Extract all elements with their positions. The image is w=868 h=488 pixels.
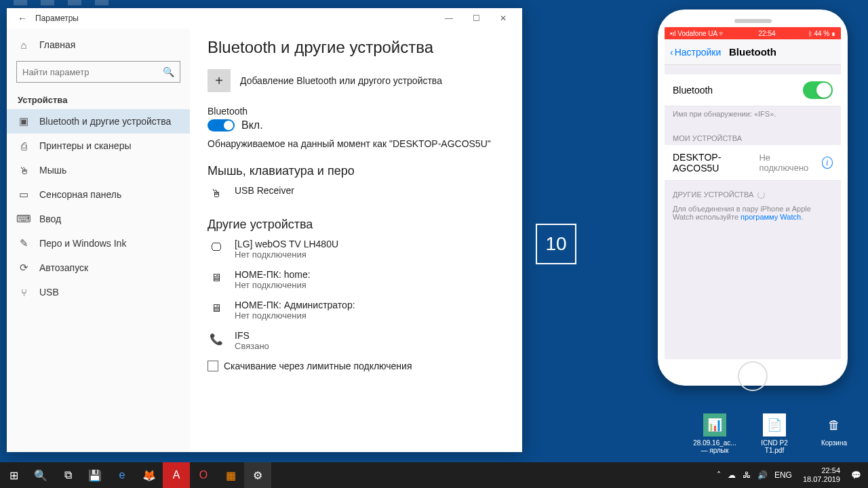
sidebar-item-bluetooth[interactable]: ▣Bluetooth и другие устройства bbox=[7, 109, 190, 134]
plus-icon: + bbox=[208, 69, 231, 92]
printer-icon: ⎙ bbox=[18, 140, 30, 152]
my-devices-header: МОИ УСТРОЙСТВА bbox=[665, 125, 841, 145]
chevron-left-icon: ‹ bbox=[670, 47, 673, 58]
bluetooth-icon: ▣ bbox=[18, 115, 30, 127]
tray-up-icon[interactable]: ˄ bbox=[717, 470, 721, 480]
search-icon: 🔍 bbox=[163, 66, 174, 77]
add-device-label: Добавление Bluetooth или другого устройс… bbox=[240, 75, 442, 86]
status-time: 22:54 bbox=[759, 30, 776, 37]
commander-icon[interactable]: 💾 bbox=[81, 462, 108, 488]
wifi-icon: ᯤ bbox=[719, 30, 726, 37]
sidebar-item-pen[interactable]: ✎Перо и Windows Ink bbox=[7, 231, 190, 256]
mouse-icon: 🖱 bbox=[208, 185, 225, 203]
nav-title: Bluetooth bbox=[729, 46, 776, 58]
metered-checkbox-row[interactable]: Скачивание через лимитные подключения bbox=[208, 361, 505, 371]
device-item[interactable]: 🖥 НОМЕ-ПК: home:Нет подключения bbox=[208, 269, 505, 290]
window-titlebar: ← Параметры — ☐ ✕ bbox=[7, 8, 522, 28]
taskbar: ⊞ 🔍 ⧉ 💾 e 🦊 A O ▦ ⚙ ˄ ☁ 🖧 🔊 ENG 22:54 18… bbox=[0, 462, 868, 488]
bluetooth-toggle[interactable] bbox=[208, 119, 235, 131]
settings-main: Bluetooth и другие устройства + Добавлен… bbox=[190, 28, 522, 452]
section-other-devices: Другие устройства bbox=[208, 218, 505, 232]
firefox-icon[interactable]: 🦊 bbox=[136, 462, 163, 488]
maximize-button[interactable]: ☐ bbox=[462, 14, 490, 23]
device-usb-receiver[interactable]: 🖱 USB Receiver bbox=[208, 185, 505, 203]
system-tray: ˄ ☁ 🖧 🔊 ENG 22:54 18.07.2019 💬 bbox=[717, 466, 868, 483]
close-button[interactable]: ✕ bbox=[490, 14, 517, 23]
watch-app-link[interactable]: программу Watch bbox=[741, 213, 801, 221]
nav-bar: ‹Настройки Bluetooth bbox=[665, 39, 841, 65]
pc-icon: 🖥 bbox=[208, 300, 225, 317]
pc-icon: 🖥 bbox=[208, 269, 225, 287]
edge-icon[interactable]: e bbox=[108, 462, 136, 488]
mouse-icon: 🖱 bbox=[18, 164, 30, 176]
category-label: Устройства bbox=[7, 89, 190, 109]
discoverable-text: Обнаруживаемое на данный момент как "DES… bbox=[208, 138, 505, 149]
device-item[interactable]: 🖵 [LG] webOS TV LH480UНет подключения bbox=[208, 239, 505, 260]
add-device-button[interactable]: + Добавление Bluetooth или другого устро… bbox=[208, 69, 505, 92]
settings-taskbar-icon[interactable]: ⚙ bbox=[244, 462, 271, 488]
notifications-icon[interactable]: 💬 bbox=[851, 470, 861, 480]
acrobat-icon[interactable]: A bbox=[163, 462, 190, 488]
settings-window: ← Параметры — ☐ ✕ ⌂ Главная 🔍 Устройства… bbox=[7, 8, 522, 452]
device-cell[interactable]: DESKTOP-AGCOS5U Не подключено i bbox=[665, 145, 841, 181]
settings-sidebar: ⌂ Главная 🔍 Устройства ▣Bluetooth и друг… bbox=[7, 28, 190, 452]
volume-icon[interactable]: 🔊 bbox=[757, 470, 768, 480]
device-item[interactable]: 🖥 НОМЕ-ПК: Администратор:Нет подключения bbox=[208, 300, 505, 321]
keyboard-icon: ⌨ bbox=[18, 213, 30, 225]
section-mouse-keyboard: Мышь, клавиатура и перо bbox=[208, 164, 505, 178]
desktop-icons: 📊28.09.16_ac... — ярлык 📄ICND P2 T1.pdf … bbox=[694, 413, 854, 454]
name-note: Имя при обнаружении: «IFS». bbox=[665, 106, 841, 125]
usb-icon: ⑂ bbox=[18, 286, 30, 298]
onedrive-icon[interactable]: ☁ bbox=[728, 470, 736, 480]
other-devices-header: ДРУГИЕ УСТРОЙСТВА bbox=[665, 181, 841, 201]
back-button[interactable]: ← bbox=[12, 13, 33, 24]
desktop-icon[interactable]: 📄ICND P2 T1.pdf bbox=[754, 413, 795, 454]
windows10-logo: 10 bbox=[536, 224, 576, 264]
back-to-settings[interactable]: ‹Настройки bbox=[670, 47, 721, 58]
home-label: Главная bbox=[39, 39, 75, 50]
desktop-icon[interactable]: 🗑Корзина bbox=[814, 413, 854, 454]
sidebar-item-typing[interactable]: ⌨Ввод bbox=[7, 207, 190, 231]
info-icon[interactable]: i bbox=[822, 157, 833, 169]
battery-icon: ▮ bbox=[831, 30, 835, 37]
search-box[interactable]: 🔍 bbox=[16, 61, 180, 83]
iphone-mockup: •ıl Vodafone UA ᯤ 22:54 ᛒ 44 % ▮ ‹Настро… bbox=[658, 9, 848, 386]
bluetooth-toggle-ios[interactable] bbox=[803, 81, 833, 99]
start-button[interactable]: ⊞ bbox=[0, 462, 27, 488]
status-bar: •ıl Vodafone UA ᯤ 22:54 ᛒ 44 % ▮ bbox=[665, 27, 841, 39]
tv-icon: 🖵 bbox=[208, 239, 225, 256]
autoplay-icon: ⟳ bbox=[18, 262, 30, 274]
phone-speaker bbox=[734, 19, 772, 23]
network-icon[interactable]: 🖧 bbox=[743, 470, 751, 480]
page-title: Bluetooth и другие устройства bbox=[208, 38, 505, 57]
search-input[interactable] bbox=[22, 67, 163, 77]
search-icon[interactable]: 🔍 bbox=[27, 462, 54, 488]
bluetooth-label: Bluetooth bbox=[208, 106, 505, 117]
opera-icon[interactable]: O bbox=[190, 462, 217, 488]
desktop-icon[interactable]: 📊28.09.16_ac... — ярлык bbox=[694, 413, 735, 454]
minimize-button[interactable]: — bbox=[435, 14, 462, 23]
checkbox-icon[interactable] bbox=[208, 361, 218, 371]
home-link[interactable]: ⌂ Главная bbox=[7, 33, 190, 57]
app-icon[interactable]: ▦ bbox=[217, 462, 244, 488]
bt-icon: ᛒ bbox=[808, 30, 812, 37]
taskbar-clock[interactable]: 22:54 18.07.2019 bbox=[799, 466, 844, 483]
home-icon: ⌂ bbox=[18, 39, 30, 51]
bluetooth-cell[interactable]: Bluetooth bbox=[665, 75, 841, 106]
pen-icon: ✎ bbox=[18, 237, 30, 249]
device-item[interactable]: 📞 IFSСвязано bbox=[208, 330, 505, 351]
phone-screen: •ıl Vodafone UA ᯤ 22:54 ᛒ 44 % ▮ ‹Настро… bbox=[665, 27, 841, 359]
sidebar-item-touchpad[interactable]: ▭Сенсорная панель bbox=[7, 182, 190, 207]
sidebar-item-mouse[interactable]: 🖱Мышь bbox=[7, 158, 190, 182]
sidebar-item-usb[interactable]: ⑂USB bbox=[7, 280, 190, 304]
task-view-icon[interactable]: ⧉ bbox=[54, 462, 81, 488]
home-button[interactable] bbox=[738, 361, 768, 391]
touchpad-icon: ▭ bbox=[18, 188, 30, 201]
bluetooth-state: Вкл. bbox=[241, 119, 263, 131]
pair-note: Для объединения в пару iPhone и Apple Wa… bbox=[665, 201, 841, 228]
phone-icon: 📞 bbox=[208, 330, 225, 348]
sidebar-item-printers[interactable]: ⎙Принтеры и сканеры bbox=[7, 134, 190, 158]
window-title: Параметры bbox=[33, 14, 435, 23]
sidebar-item-autoplay[interactable]: ⟳Автозапуск bbox=[7, 256, 190, 280]
lang-indicator[interactable]: ENG bbox=[774, 470, 792, 480]
